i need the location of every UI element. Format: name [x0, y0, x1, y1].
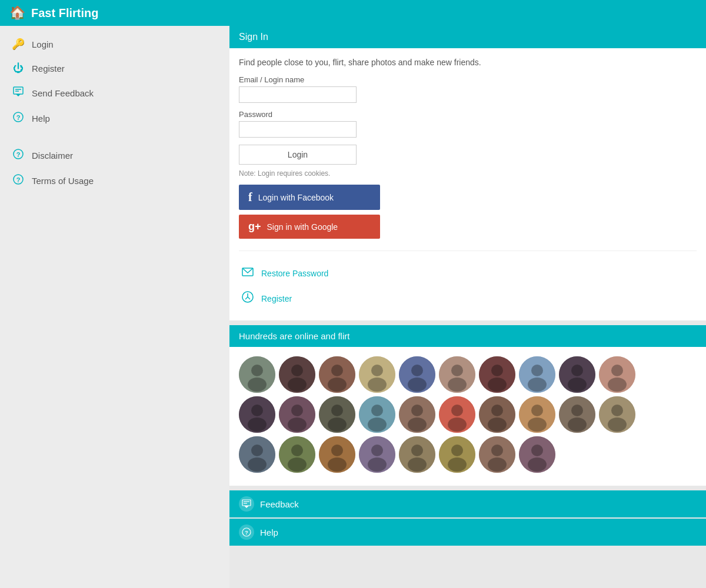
sidebar-item-register[interactable]: ⏻ Register	[0, 56, 229, 81]
svg-point-70	[571, 405, 583, 416]
svg-point-49	[291, 405, 303, 416]
svg-text:?: ?	[16, 176, 21, 183]
svg-point-82	[331, 445, 343, 456]
help-section-icon: ?	[239, 524, 254, 540]
svg-point-62	[448, 417, 467, 432]
svg-point-68	[528, 417, 547, 432]
svg-line-13	[245, 297, 248, 299]
avatar[interactable]	[519, 436, 555, 473]
avatar[interactable]	[239, 396, 275, 433]
svg-point-53	[328, 417, 347, 432]
sidebar-label-terms: Terms of Usage	[32, 176, 94, 186]
avatar[interactable]	[479, 356, 515, 393]
avatar[interactable]	[439, 436, 475, 473]
svg-point-80	[288, 457, 307, 472]
svg-point-56	[368, 417, 387, 432]
avatar[interactable]	[519, 396, 555, 433]
sidebar-label-disclaimer: Disclaimer	[32, 151, 73, 161]
svg-point-47	[248, 417, 267, 432]
envelope-icon	[241, 265, 254, 281]
google-icon: g+	[248, 220, 261, 233]
password-label: Password	[239, 110, 697, 119]
svg-point-67	[531, 405, 543, 416]
online-body	[229, 347, 706, 486]
online-section-header: Hundreds are online and flirt	[229, 325, 706, 347]
google-button-label: Sign in with Google	[267, 222, 338, 232]
svg-point-32	[448, 377, 467, 392]
svg-point-58	[411, 405, 423, 416]
help-title: Help	[260, 527, 278, 537]
svg-point-37	[531, 365, 543, 376]
svg-point-25	[371, 365, 383, 376]
avatar[interactable]	[359, 436, 395, 473]
avatar[interactable]	[439, 356, 475, 393]
login-button[interactable]: Login	[239, 145, 357, 165]
svg-point-94	[491, 445, 503, 456]
password-input[interactable]	[239, 121, 357, 138]
svg-point-43	[611, 365, 623, 376]
avatar[interactable]	[319, 356, 355, 393]
google-login-button[interactable]: g+ Sign in with Google	[239, 215, 380, 239]
svg-point-65	[488, 417, 507, 432]
sidebar-divider	[0, 131, 229, 143]
sidebar-item-terms[interactable]: ? Terms of Usage	[0, 168, 229, 193]
help-section-header[interactable]: ? Help	[229, 519, 706, 546]
svg-point-38	[528, 377, 547, 392]
avatar[interactable]	[279, 436, 315, 473]
restore-password-link[interactable]: Restore Password	[239, 260, 697, 286]
avatar[interactable]	[279, 396, 315, 433]
avatar[interactable]	[559, 356, 595, 393]
svg-text:?: ?	[16, 151, 21, 158]
sign-in-description: Find people close to you, flirt, share p…	[239, 58, 697, 67]
sidebar-item-help[interactable]: ? Help	[0, 106, 229, 131]
avatars-row-2	[239, 396, 697, 433]
login-note: Note: Login requires cookies.	[239, 169, 697, 178]
sidebar-item-feedback[interactable]: Send Feedback	[0, 81, 229, 106]
avatar[interactable]	[319, 396, 355, 433]
svg-point-44	[608, 377, 627, 392]
avatar[interactable]	[479, 436, 515, 473]
svg-rect-99	[242, 500, 251, 506]
sidebar-label-login: Login	[32, 39, 54, 49]
register-icon	[241, 290, 254, 306]
avatar[interactable]	[479, 396, 515, 433]
svg-point-97	[531, 445, 543, 456]
avatar[interactable]	[279, 356, 315, 393]
avatars-row-1	[239, 356, 697, 393]
avatar[interactable]	[359, 356, 395, 393]
svg-point-23	[328, 377, 347, 392]
sidebar-item-login[interactable]: 🔑 Login	[0, 32, 229, 56]
svg-point-46	[251, 405, 263, 416]
svg-point-31	[451, 365, 463, 376]
email-input[interactable]	[239, 86, 357, 103]
feedback-section-icon	[239, 496, 254, 512]
avatar[interactable]	[239, 356, 275, 393]
action-links: Restore Password Register	[239, 250, 697, 311]
avatar[interactable]	[519, 356, 555, 393]
svg-point-95	[488, 457, 507, 472]
avatar[interactable]	[399, 436, 435, 473]
svg-point-35	[488, 377, 507, 392]
avatar[interactable]	[399, 396, 435, 433]
feedback-section-header[interactable]: Feedback	[229, 490, 706, 517]
avatar[interactable]	[319, 436, 355, 473]
sign-in-header: Sign In	[229, 26, 706, 48]
site-title: Fast Flirting	[31, 6, 98, 20]
svg-point-91	[451, 445, 463, 456]
avatar[interactable]	[239, 436, 275, 473]
avatar[interactable]	[599, 396, 635, 433]
sidebar-item-disclaimer[interactable]: ? Disclaimer	[0, 143, 229, 168]
svg-marker-100	[244, 506, 249, 508]
avatar[interactable]	[439, 396, 475, 433]
online-title: Hundreds are online and flirt	[239, 331, 349, 341]
avatar[interactable]	[399, 356, 435, 393]
avatar[interactable]	[559, 396, 595, 433]
svg-point-71	[568, 417, 587, 432]
avatar[interactable]	[599, 356, 635, 393]
svg-point-40	[571, 365, 583, 376]
svg-point-74	[608, 417, 627, 432]
facebook-login-button[interactable]: f Login with Facebook	[239, 185, 380, 210]
register-link[interactable]: Register	[239, 286, 697, 311]
avatar[interactable]	[359, 396, 395, 433]
home-icon[interactable]: 🏠	[9, 5, 25, 21]
